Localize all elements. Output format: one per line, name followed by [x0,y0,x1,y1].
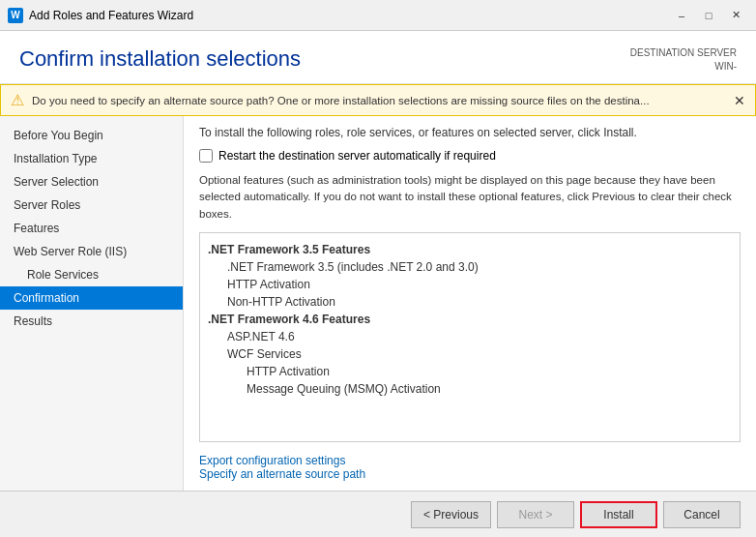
alternate-source-link[interactable]: Specify an alternate source path [199,467,741,481]
page-title: Confirm installation selections [19,46,301,72]
wizard-body: Before You BeginInstallation TypeServer … [0,116,756,491]
sidebar-item-installation-type[interactable]: Installation Type [0,147,183,170]
content-area: To install the following roles, role ser… [184,116,756,491]
previous-button[interactable]: < Previous [411,501,491,528]
feature-item: Message Queuing (MSMQ) Activation [208,380,732,398]
app-icon: W [8,8,23,23]
minimize-button[interactable]: – [669,6,694,25]
destination-name: WIN- [630,60,737,74]
content-intro: To install the following roles, role ser… [199,126,741,139]
feature-item: HTTP Activation [208,276,732,293]
restart-checkbox[interactable] [199,149,213,163]
restart-option: Restart the destination server automatic… [199,149,741,163]
sidebar-item-web-server-role-(iis)[interactable]: Web Server Role (IIS) [0,240,183,263]
feature-item: WCF Services [208,345,732,363]
sidebar-item-role-services[interactable]: Role Services [0,263,183,286]
restart-label: Restart the destination server automatic… [218,149,496,163]
features-list-inner: .NET Framework 3.5 Features.NET Framewor… [200,237,740,402]
feature-item: Non-HTTP Activation [208,293,732,311]
title-bar: W Add Roles and Features Wizard – □ ✕ [0,0,756,31]
feature-item: ASP.NET 4.6 [208,328,732,345]
feature-item: .NET Framework 3.5 (includes .NET 2.0 an… [208,258,732,276]
warning-close-button[interactable]: ✕ [734,93,745,108]
close-button[interactable]: ✕ [723,6,748,25]
link-section: Export configuration settings Specify an… [199,454,741,481]
maximize-button[interactable]: □ [696,6,721,25]
sidebar-item-server-selection[interactable]: Server Selection [0,170,183,194]
wizard-footer: < Previous Next > Install Cancel [0,491,756,537]
sidebar: Before You BeginInstallation TypeServer … [0,116,184,491]
sidebar-item-features[interactable]: Features [0,217,183,240]
sidebar-item-before-you-begin[interactable]: Before You Begin [0,124,183,147]
sidebar-item-confirmation[interactable]: Confirmation [0,286,183,310]
destination-label: DESTINATION SERVER [630,46,737,60]
wizard-container: Confirm installation selections DESTINAT… [0,31,756,537]
cancel-button[interactable]: Cancel [663,501,741,528]
title-bar-text: Add Roles and Features Wizard [29,9,669,22]
export-config-link[interactable]: Export configuration settings [199,454,741,467]
warning-icon: ⚠ [11,91,24,109]
feature-group: .NET Framework 4.6 Features [208,311,732,328]
feature-item: HTTP Activation [208,363,732,380]
install-button[interactable]: Install [580,501,657,528]
next-button[interactable]: Next > [497,501,574,528]
title-bar-controls: – □ ✕ [669,6,748,25]
optional-note: Optional features (such as administratio… [199,172,741,223]
feature-group: .NET Framework 3.5 Features [208,241,732,258]
wizard-header: Confirm installation selections DESTINAT… [0,31,756,84]
features-list[interactable]: .NET Framework 3.5 Features.NET Framewor… [199,232,741,442]
warning-text: Do you need to specify an alternate sour… [32,95,726,106]
warning-banner: ⚠ Do you need to specify an alternate so… [0,84,756,116]
destination-info: DESTINATION SERVER WIN- [630,46,737,74]
sidebar-item-server-roles[interactable]: Server Roles [0,194,183,217]
sidebar-item-results[interactable]: Results [0,310,183,333]
